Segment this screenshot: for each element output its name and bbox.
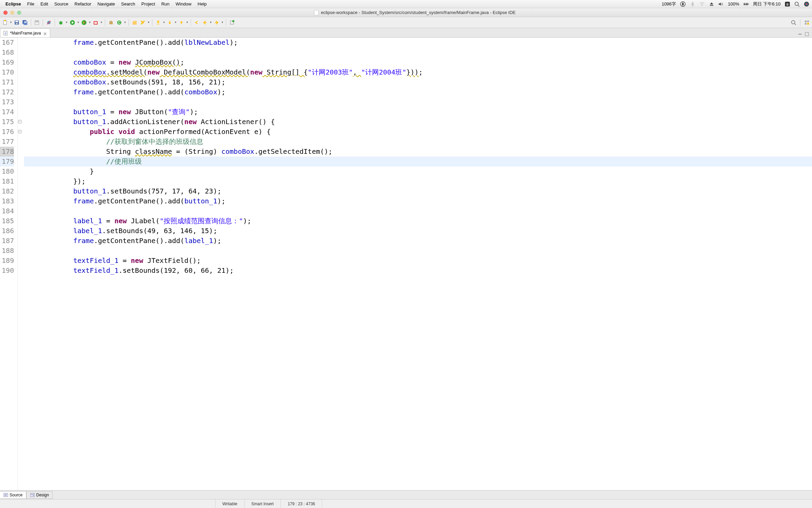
search-button[interactable] (139, 19, 147, 26)
wifi-icon[interactable] (699, 1, 705, 7)
svg-rect-20 (24, 22, 27, 23)
menu-search[interactable]: Search (119, 1, 138, 6)
status-empty (322, 499, 812, 508)
svg-text:J: J (5, 32, 6, 35)
macos-menubar: Eclipse File Edit Source Refactor Naviga… (0, 0, 812, 8)
minimize-view-icon[interactable] (798, 32, 803, 37)
menu-file[interactable]: File (25, 1, 37, 6)
external-tools-dropdown[interactable]: ▼ (100, 21, 103, 24)
svg-rect-40 (133, 22, 137, 25)
menu-source[interactable]: Source (52, 1, 71, 6)
new-class-dropdown[interactable]: ▼ (124, 21, 126, 24)
input-wordcount[interactable]: 1096字 (662, 1, 676, 7)
eject-icon[interactable] (709, 1, 714, 7)
next-annotation-dropdown[interactable]: ▼ (174, 21, 177, 24)
close-window-button[interactable] (3, 11, 8, 15)
svg-rect-48 (805, 23, 807, 25)
open-type-button[interactable] (131, 19, 138, 26)
forward-dropdown[interactable]: ▼ (221, 21, 224, 24)
sogou-icon[interactable]: S (785, 1, 790, 7)
status-insert-mode: Smart Insert (244, 499, 280, 508)
source-tab[interactable]: Source (0, 491, 26, 499)
maximize-view-icon[interactable] (804, 32, 810, 37)
battery-percent[interactable]: 100% (728, 1, 739, 6)
line-number-gutter: 1671681691701711721731741751761771781791… (0, 38, 18, 490)
pin-button[interactable] (228, 19, 236, 26)
run-button[interactable] (69, 19, 76, 26)
external-tools-button[interactable] (92, 19, 99, 26)
siri-icon[interactable] (804, 1, 809, 7)
maximize-window-button[interactable] (17, 11, 21, 15)
new-button[interactable] (1, 19, 9, 26)
app-icon-1[interactable] (680, 1, 686, 7)
design-tab[interactable]: Design (26, 491, 53, 499)
file-icon (314, 10, 319, 15)
svg-rect-47 (807, 21, 809, 22)
fold-column[interactable]: −− (18, 38, 23, 490)
toggle-mark-dropdown[interactable]: ▼ (163, 21, 165, 24)
svg-point-12 (806, 3, 807, 5)
menu-project[interactable]: Project (139, 1, 158, 6)
menu-edit[interactable]: Edit (38, 1, 51, 6)
spotlight-icon[interactable] (794, 1, 800, 7)
svg-rect-33 (84, 22, 85, 24)
svg-point-1 (701, 5, 702, 6)
svg-text:C: C (118, 21, 120, 25)
svg-rect-2 (710, 5, 713, 6)
menu-refactor[interactable]: Refactor (72, 1, 94, 6)
menu-window[interactable]: Window (173, 1, 194, 6)
run-dropdown[interactable]: ▼ (77, 21, 80, 24)
code-editor[interactable]: 1671681691701711721731741751761771781791… (0, 38, 812, 490)
close-tab-icon[interactable]: ✕ (43, 31, 47, 35)
svg-rect-59 (31, 494, 32, 495)
perspective-button[interactable] (803, 19, 811, 26)
svg-rect-41 (157, 21, 159, 25)
new-package-button[interactable] (107, 19, 115, 26)
skip-breakpoints-button[interactable] (45, 19, 53, 26)
save-button[interactable] (13, 19, 20, 26)
svg-point-8 (795, 2, 798, 5)
editor-tab-mainframe[interactable]: J *MainFrame.java ✕ (0, 28, 50, 37)
save-all-button[interactable] (21, 19, 29, 26)
code-content[interactable]: frame.getContentPane().add(lblNewLabel);… (23, 38, 812, 490)
menu-run[interactable]: Run (159, 1, 172, 6)
toggle-breadcrumb-button[interactable] (33, 19, 41, 26)
editor-bottom-tabs: Source Design (0, 490, 812, 499)
svg-point-43 (232, 20, 234, 22)
debug-button[interactable] (57, 19, 65, 26)
quick-access-button[interactable] (790, 19, 797, 26)
main-toolbar: ▼ ▼ ▼ ▼ ▼ C▼ ▼ ▼ ▼ ▼ ▼ ▼ (0, 17, 812, 28)
menu-navigate[interactable]: Navigate (95, 1, 118, 6)
tab-label: *MainFrame.java (10, 31, 41, 36)
coverage-dropdown[interactable]: ▼ (88, 21, 91, 24)
svg-line-29 (62, 24, 63, 24)
bluetooth-icon[interactable] (690, 1, 695, 7)
app-name[interactable]: Eclipse (3, 1, 24, 6)
search-dropdown[interactable]: ▼ (147, 21, 150, 24)
svg-rect-17 (16, 23, 18, 24)
minimize-window-button[interactable] (10, 11, 14, 15)
back-dropdown[interactable]: ▼ (209, 21, 212, 24)
svg-rect-49 (807, 23, 809, 25)
toggle-mark-button[interactable] (154, 19, 162, 26)
svg-rect-46 (805, 21, 807, 22)
menu-help[interactable]: Help (195, 1, 209, 6)
battery-icon[interactable] (743, 1, 749, 7)
prev-annotation-dropdown[interactable]: ▼ (186, 21, 189, 24)
java-file-icon: J (3, 31, 8, 36)
coverage-button[interactable] (80, 19, 88, 26)
svg-point-25 (59, 21, 62, 25)
datetime[interactable]: 周日 下午6:10 (753, 1, 781, 7)
new-dropdown[interactable]: ▼ (10, 21, 12, 24)
last-edit-button[interactable] (193, 19, 201, 26)
debug-dropdown[interactable]: ▼ (65, 21, 68, 24)
next-annotation-button[interactable] (166, 19, 174, 26)
volume-icon[interactable] (718, 1, 724, 7)
new-class-button[interactable]: C (115, 19, 123, 26)
svg-rect-52 (798, 34, 802, 35)
svg-rect-4 (748, 3, 749, 4)
forward-button[interactable] (213, 19, 220, 26)
prev-annotation-button[interactable] (178, 19, 185, 26)
back-button[interactable] (201, 19, 209, 26)
svg-rect-32 (83, 22, 84, 24)
